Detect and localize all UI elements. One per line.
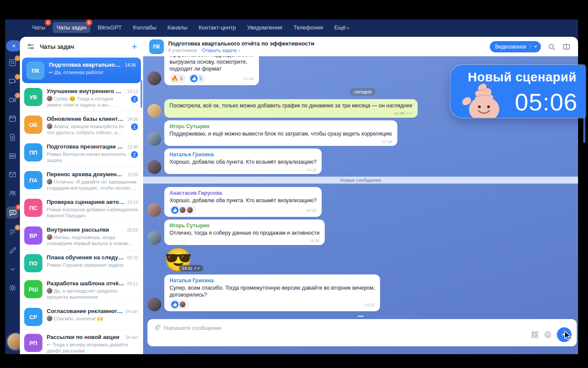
- chat-item-avatar: СР: [24, 308, 42, 326]
- chat-list-title: Чаты задач: [40, 43, 126, 50]
- nav-item-уведомления[interactable]: Уведомления: [243, 22, 286, 33]
- nav-item-label: Телефония: [294, 24, 323, 31]
- message-row: Игорь СутыринПоддерживаю, и ещё можно вы…: [147, 120, 578, 146]
- sender-avatar[interactable]: [147, 104, 161, 118]
- sender-avatar[interactable]: [147, 71, 161, 85]
- pencil-icon[interactable]: [7, 245, 18, 256]
- message-time: 17:40: [243, 76, 254, 81]
- message-text: Супер, всем спасибо. Тогда промежуточную…: [169, 284, 375, 291]
- nav-item-чаты-задач[interactable]: Чаты задач5: [53, 22, 90, 33]
- preview-avatar: [47, 179, 52, 184]
- chat-list-header: Чаты задач +: [20, 37, 143, 57]
- sender-avatar[interactable]: [147, 231, 161, 245]
- message-bubble[interactable]: эффективности подразделений ивыгрузила о…: [164, 56, 259, 85]
- nav-item-коллабы[interactable]: Коллабы: [129, 22, 160, 33]
- sender-name[interactable]: Игорь Сутырин: [169, 223, 320, 229]
- chat-item-avatar: УВ: [24, 88, 42, 106]
- people-icon[interactable]: [7, 188, 18, 198]
- chat-item-time: 24 окт: [125, 335, 138, 340]
- preview-avatar: [47, 288, 52, 294]
- sender-name[interactable]: Игорь Сутырин: [169, 123, 392, 129]
- chat-list-item[interactable]: ПКПодготовка квартального отчёта...14:36…: [22, 58, 141, 83]
- message-composer[interactable]: Напишите сообщение: [147, 319, 577, 346]
- panel-toggle-icon[interactable]: [562, 43, 570, 51]
- emoji-icon[interactable]: [544, 331, 552, 339]
- chat-item-preview: ↩Да, отличная работа!: [49, 69, 136, 75]
- reaction-chip[interactable]: 👍: [169, 205, 197, 215]
- chat-list-item[interactable]: ПППодготовка презентации для пар...13:40…: [20, 139, 143, 167]
- reaction-chip[interactable]: 👍5: [189, 74, 205, 83]
- chat-list-item[interactable]: СРСогласование рекламного мак...24 октСп…: [20, 304, 143, 330]
- tasks-icon[interactable]: 6: [7, 227, 18, 237]
- chat-list-item[interactable]: ВРВнутренние рассылки09:55Наташ, подскаж…: [20, 223, 143, 250]
- chat-list-item[interactable]: УВУлучшение внутреннего онборди...14:12С…: [20, 84, 143, 112]
- sender-name[interactable]: Анастасия Гирусова: [169, 190, 316, 196]
- chat-list-item[interactable]: РПРассылки по новой акции24 окт↩Тогда к …: [20, 330, 143, 354]
- video-call-button[interactable]: Видеозвонок: [490, 41, 541, 52]
- nav-item-чаты[interactable]: Чаты2: [28, 22, 49, 33]
- mail-icon[interactable]: [7, 169, 18, 180]
- message-bubble[interactable]: Игорь СутыринОтлично, тогда я соберу дан…: [164, 220, 325, 245]
- message-bubble[interactable]: Посмотрела, всё ок, только можно добавит…: [164, 99, 418, 118]
- news-feed-icon[interactable]: 1: [7, 58, 18, 68]
- top-navigation: Чаты2Чаты задач5BitrixGPTКоллабыКаналыКо…: [28, 19, 353, 35]
- chat-members-count: 6 участников: [168, 48, 197, 53]
- message-bubble[interactable]: Наталья ГрихинаСупер, всем спасибо. Тогд…: [164, 274, 380, 311]
- reaction-chip[interactable]: 🔥3: [169, 74, 186, 83]
- chat-item-title: Разработка шаблона отчёта по п...: [47, 280, 125, 287]
- message-input[interactable]: Напишите сообщение: [164, 325, 221, 331]
- nav-item-bitrixgpt[interactable]: BitrixGPT: [94, 22, 126, 33]
- sender-name[interactable]: Наталья Грихина: [169, 152, 316, 158]
- message-row: Наталья ГрихинаСупер, всем спасибо. Тогд…: [147, 274, 578, 311]
- emoji-message[interactable]: 😎14:31 ✓✓: [164, 248, 192, 272]
- chat-avatar[interactable]: ПК: [149, 39, 164, 54]
- message-bubble[interactable]: Игорь СутыринПоддерживаю, и ещё можно вы…: [164, 120, 397, 146]
- close-sidebar-button[interactable]: ×: [6, 40, 22, 52]
- sender-name[interactable]: Наталья Грихина: [169, 278, 375, 284]
- nav-item-телефония[interactable]: Телефония: [290, 22, 327, 33]
- attach-icon[interactable]: [153, 324, 160, 331]
- chat-list-item[interactable]: РШРазработка шаблона отчёта по п...09:13…: [20, 276, 143, 304]
- search-icon[interactable]: [548, 43, 556, 51]
- task-chats-icon[interactable]: 5: [6, 207, 19, 219]
- chat-item-time: 09:32: [127, 255, 138, 260]
- document-icon[interactable]: [7, 132, 18, 142]
- calendar-icon[interactable]: [7, 113, 18, 124]
- composer-drag-handle[interactable]: [358, 316, 364, 317]
- chevron-down-icon[interactable]: [7, 264, 18, 274]
- sender-avatar[interactable]: [147, 297, 161, 311]
- sender-avatar[interactable]: [147, 132, 161, 146]
- chat-list-item[interactable]: ОБОбновление базы клиентов14:06Алина, пр…: [20, 112, 143, 139]
- chat-list-item[interactable]: ПАПеренос архива документов11:59Отлично.…: [20, 167, 143, 195]
- chat-list-scrollbar[interactable]: [141, 80, 142, 108]
- message-time: 14:31: [364, 302, 375, 307]
- chat-item-title: Обновление базы клиентов: [47, 116, 125, 122]
- message-bubble[interactable]: Анастасия ГирусоваХорошо, добавлю оба пу…: [164, 187, 322, 217]
- chat-item-title: Перенос архива документов: [47, 171, 125, 178]
- chat-item-avatar: ПК: [26, 61, 45, 80]
- chat-list-item[interactable]: ПСПроверка сценариев автоматиче...10:24Р…: [20, 195, 143, 223]
- message-time: 14:31 ✓✓: [179, 265, 203, 271]
- date-pill: сегодня: [350, 88, 376, 96]
- nav-item-ещё[interactable]: Ещё▾: [330, 22, 353, 33]
- sender-avatar[interactable]: [147, 160, 161, 174]
- open-task-link[interactable]: Открыть задачу ›: [202, 48, 240, 53]
- nav-item-каналы[interactable]: Каналы: [163, 22, 191, 33]
- reaction-chip[interactable]: 👍: [169, 300, 189, 309]
- message-text: Отлично, тогда я соберу данные по продаж…: [169, 229, 320, 236]
- nav-item-label: Чаты: [32, 24, 45, 31]
- drive-icon[interactable]: [7, 151, 18, 161]
- video-call-icon[interactable]: 1: [7, 95, 18, 105]
- filter-icon[interactable]: [27, 43, 35, 51]
- message-bubble[interactable]: Наталья ГрихинаХорошо, добавлю оба пункт…: [164, 148, 322, 174]
- settings-gear-icon[interactable]: [7, 283, 18, 293]
- chat-item-time: 24 окт: [125, 309, 138, 314]
- messenger-icon[interactable]: 2: [7, 76, 18, 87]
- sender-avatar[interactable]: [147, 203, 161, 217]
- rail-icon-list: 12156: [5, 58, 20, 293]
- apps-grid-icon[interactable]: [531, 331, 539, 339]
- nav-item-контакт-центр[interactable]: Контакт-центр: [195, 22, 240, 33]
- add-chat-button[interactable]: +: [131, 42, 137, 52]
- chat-list-item[interactable]: ПОПлана обучения на следующий к...09:32Р…: [20, 250, 143, 276]
- chat-item-avatar: ПА: [24, 171, 42, 189]
